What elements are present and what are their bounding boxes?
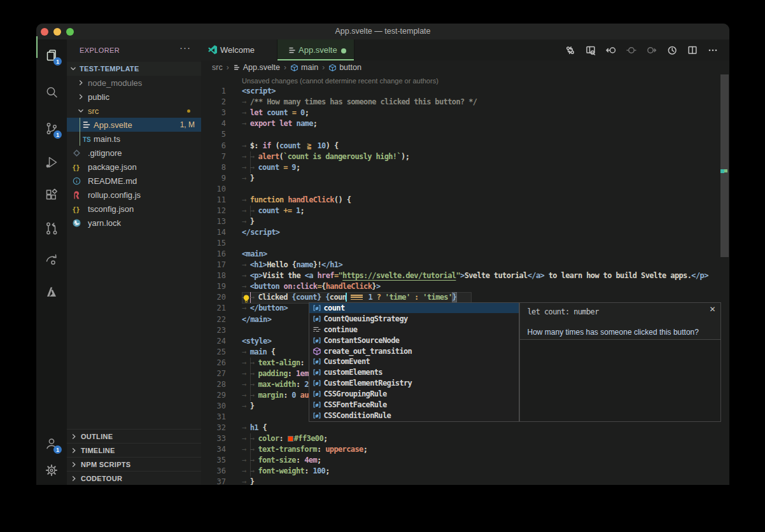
suggestion-documentation: How many times has someone clicked this … [528,328,699,337]
tree-item-node-modules[interactable]: node_modules [67,76,201,90]
code-token: 1 [296,206,300,215]
code-token: <style> [242,337,271,346]
code-token: #ff3e00 [294,434,323,443]
suggestion-count[interactable]: count [309,303,519,314]
modified-folder-dot [187,109,190,113]
code-token: <script> [242,87,276,95]
breadcrumb-item-app-svelte[interactable]: App.svelte [233,63,280,72]
timeline-history-button[interactable] [667,45,677,55]
close-icon[interactable]: ✕ [709,305,715,314]
code-token: $: [250,141,263,150]
extensions-icon[interactable] [44,187,59,202]
suggestion-label: create_out_transition [324,347,412,356]
sidebar-section-npm-scripts[interactable]: NPM SCRIPTS [67,457,201,471]
tree-item-tsconfig-json[interactable]: {}tsconfig.json [67,202,201,216]
previous-change-button[interactable] [606,45,616,55]
suggestion-countqueuingstrategy[interactable]: CountQueuingStrategy [309,313,519,324]
modified-dot-icon[interactable] [341,48,346,53]
suggestion-cssconditionrule[interactable]: CSSConditionRule [309,410,519,421]
code-line-5: 5 [201,129,729,140]
tree-item--gitignore[interactable]: .gitignore [67,146,201,160]
explorer-icon[interactable]: 1 [44,48,59,63]
tree-item-main-ts[interactable]: TSmain.ts [67,132,201,146]
azure-icon[interactable] [44,284,59,300]
sidebar-section-codetour[interactable]: CODETOUR [67,471,201,485]
tab-whitespace-arrow: → [242,303,250,314]
editor-tab-bar: Welcome App.svelte [201,39,729,60]
suggestion-continue[interactable]: continue [309,324,519,335]
tree-item-public[interactable]: public [67,90,201,104]
badge: 1 [53,130,62,139]
tree-item-src[interactable]: src [67,104,201,118]
suggestion-create_out_transition[interactable]: create_out_transition [309,346,519,356]
code-line-15: 15 [201,238,729,249]
suggestion-customelements[interactable]: customElements [309,367,519,378]
live-share-icon[interactable] [44,252,59,267]
code-token: Hello { [267,260,296,269]
code-text: →let count = 0; [242,108,309,118]
line-number: 21 [201,303,226,314]
open-preview-button[interactable] [586,45,596,55]
sidebar-section-timeline[interactable]: TIMELINE [67,443,201,457]
code-text: →</button> [242,303,288,314]
rollup-file-icon [71,190,81,200]
tree-item-package-json[interactable]: {}package.json [67,160,201,174]
file-name: tsconfig.json [88,204,134,214]
suggestion-signature: let count: number [528,307,599,316]
more-actions-button[interactable] [708,45,718,55]
lightbulb-icon[interactable] [242,294,250,302]
sym-var-icon [312,367,322,377]
tab-whitespace-arrow: → [250,433,258,444]
editor-group: Welcome App.svelte src›App.svelte›main›b… [201,39,729,485]
code-token: 0 [291,391,296,400]
breadcrumb-item-main[interactable]: main [290,63,318,72]
tree-item-app-svelte[interactable]: App.svelte1, M [67,118,201,132]
line-number: 37 [201,477,226,485]
accounts-icon[interactable]: 1 [44,436,59,451]
code-token: : [283,391,291,400]
suggestion-customevent[interactable]: CustomEvent [309,356,519,367]
source-control-icon[interactable]: 1 [44,121,59,136]
code-token: count [258,206,284,215]
views-and-more-actions-button[interactable]: ··· [179,42,191,53]
tab-whitespace-arrow: → [242,195,250,206]
git-blame-annotation: Unsaved changes (cannot determine recent… [242,77,439,85]
tree-item-yarn-lock[interactable]: yarn.lock [67,216,201,230]
title-bar[interactable]: App.svelte — test-template [36,24,729,39]
breadcrumb-item-src[interactable]: src [212,63,223,72]
code-token: count [267,108,292,117]
run-and-debug-icon[interactable] [44,155,59,170]
svelte-file-icon [233,64,241,71]
next-change-button[interactable] [647,45,657,55]
split-editor-button[interactable] [687,45,698,55]
tab-whitespace-arrow: → [242,108,250,118]
settings-icon[interactable] [44,463,59,478]
code-token: font-weight [258,466,305,475]
github-pull-requests-icon[interactable] [44,221,59,236]
suggestion-constantsourcenode[interactable]: ConstantSourceNode [309,335,519,346]
sidebar-section-outline[interactable]: OUTLINE [67,429,201,443]
tab-app-svelte[interactable]: App.svelte [277,39,354,60]
code-token: 100 [312,466,325,475]
tab-welcome[interactable]: Welcome [201,39,277,60]
code-token: color [258,434,279,443]
editor-scrollbar[interactable] [720,74,729,257]
suggestion-customelementregistry[interactable]: CustomElementRegistry [309,378,519,389]
suggestion-cssfontfacerule[interactable]: CSSFontFaceRule [309,400,519,410]
workspace-section-header[interactable]: TEST-TEMPLATE [67,62,201,76]
breadcrumb-item-button[interactable]: button [328,63,361,72]
search-icon[interactable] [44,85,59,100]
code-editor[interactable]: Unsaved changes (cannot determine recent… [201,74,729,485]
tree-item-rollup-config-js[interactable]: rollup.config.js [67,188,201,202]
open-changes-button[interactable] [565,45,575,55]
tree-item-readme-md[interactable]: README.md [67,174,201,188]
code-token: 0 [300,108,305,117]
current-change-button[interactable] [626,45,636,55]
line-number: 36 [201,466,226,477]
tab-whitespace-arrow: → [242,390,250,401]
suggestion-cssgroupingrule[interactable]: CSSGroupingRule [309,389,519,400]
info-file-icon [71,176,81,186]
file-tree: node_modulespublicsrcApp.svelte1, MTSmai… [67,76,201,230]
suggestion-details-panel: let count: number How many times has som… [519,302,721,422]
line-number: 35 [201,455,226,466]
